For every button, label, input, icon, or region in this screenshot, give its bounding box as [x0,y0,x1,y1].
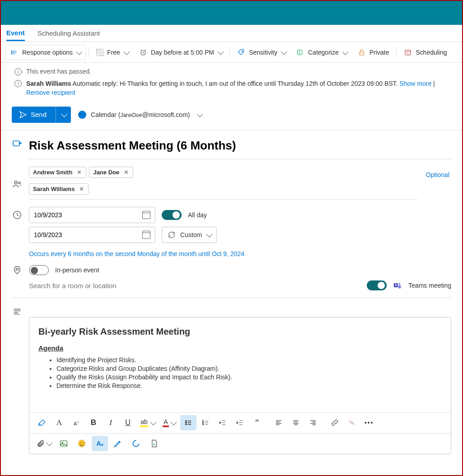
calendar-color-dot [78,111,86,119]
attendee-name: Sarah Williams [33,186,75,192]
bold-button[interactable]: B [85,415,102,430]
attendee-chips[interactable]: Andrew Smith ✕ Jane Doe ✕ Sarah Williams… [29,167,418,200]
start-date-input[interactable] [34,211,142,219]
agenda-item: Qualify the Risks (Assign Probability an… [56,373,442,381]
font-button[interactable]: A [51,415,67,430]
reminder-button[interactable]: Day before at 5:00 PM [135,45,227,60]
all-day-toggle[interactable] [162,210,182,220]
unlink-icon [348,419,356,427]
end-date-input[interactable] [34,231,142,238]
lock-icon [358,48,366,56]
insert-picture-button[interactable] [56,436,72,451]
insert-link-button[interactable] [327,415,343,430]
paint-icon [37,418,47,427]
format-painter-button[interactable] [34,415,50,430]
categorize-button[interactable]: Categorize [292,45,351,60]
svg-point-5 [242,51,243,51]
tab-event[interactable]: Event [6,26,25,41]
optional-attendees-link[interactable]: Optional [424,168,451,181]
signature-button[interactable] [110,436,126,451]
text-format-toggle[interactable]: Aa [92,436,108,451]
send-icon [19,111,27,119]
loop-icon [131,439,140,448]
loop-button[interactable] [128,436,144,451]
command-toolbar: Response options Free Day before at 5:00… [1,42,462,63]
description-content[interactable]: Bi-yearly Risk Assessment Meeting Agenda… [29,317,451,412]
remove-attendee-button[interactable]: ✕ [76,169,82,175]
recurrence-icon [168,231,176,239]
busy-status-button[interactable]: Free [92,45,133,60]
tab-scheduling-assistant[interactable]: Scheduling Assistant [37,27,100,40]
event-title-input[interactable] [29,136,451,159]
remove-attendee-button[interactable]: ✕ [78,186,84,192]
numbered-list-button[interactable]: 123 [197,415,214,430]
sensitivity-button[interactable]: Sensitivity [233,45,290,60]
in-person-toggle[interactable] [29,265,49,275]
decrease-indent-button[interactable] [215,415,231,430]
svg-point-18 [186,422,187,423]
private-button[interactable]: Private [353,45,394,60]
attach-button[interactable] [34,436,54,451]
teams-meeting-toggle[interactable] [367,280,387,290]
svg-point-26 [80,443,81,443]
underline-button[interactable]: U [120,415,136,430]
recurrence-summary[interactable]: Occurs every 6 months on the second Mond… [12,247,244,257]
chevron-down-icon [281,48,287,55]
align-center-icon [292,419,300,427]
end-date-field[interactable] [29,227,155,243]
quote-button[interactable]: ” [249,415,265,430]
align-left-button[interactable] [271,415,287,430]
svg-point-28 [133,440,139,446]
sensitivity-label: Sensitivity [249,49,277,56]
font-color-button[interactable]: A [159,415,179,430]
align-center-button[interactable] [288,415,304,430]
send-row: Send Calendar (JaneDoe@microsoft.com) [1,102,462,130]
more-format-button[interactable]: ••• [361,415,377,430]
description-editor[interactable]: Bi-yearly Risk Assessment Meeting Agenda… [29,317,451,454]
ribbon-tabs: Event Scheduling Assistant [1,25,462,42]
calendar-icon[interactable] [142,231,150,239]
editor-button[interactable] [146,436,162,451]
agenda-item: Determine the Risk Response. [56,382,442,389]
send-dropdown[interactable] [56,107,71,123]
insert-toolbar: Aa [29,433,451,454]
chevron-down-icon [170,419,177,425]
emoji-icon [77,439,86,448]
in-person-label: In-person event [55,266,99,274]
response-options-button[interactable]: Response options [5,45,86,60]
start-date-field[interactable] [29,207,155,223]
location-input[interactable] [29,279,360,292]
remove-recipient-link[interactable]: Remove recipient [26,89,75,96]
svg-point-0 [11,51,12,51]
bullets-icon [184,419,192,427]
calendar-label: Calendar (JaneDoe@microsoft.com) [91,111,190,118]
show-more-link[interactable]: Show more [399,80,431,87]
font-size-button[interactable]: A↕ [68,415,84,430]
send-button[interactable]: Send [12,111,56,119]
recurrence-dropdown[interactable]: Custom [162,227,217,243]
time-row: All day Custom Occurs every 6 months on … [1,201,462,263]
alarm-clock-icon [139,48,147,56]
response-options-label: Response options [22,49,73,56]
attendee-name: Jane Doe [93,169,119,176]
svg-text:3: 3 [202,423,204,425]
calendar-dropdown[interactable] [197,111,203,117]
attendee-chip: Jane Doe ✕ [89,167,133,178]
insert-emoji-button[interactable] [74,436,90,451]
reminder-label: Day before at 5:00 PM [151,49,214,56]
align-right-button[interactable] [305,415,321,430]
categorize-label: Categorize [308,49,339,56]
scheduling-poll-button[interactable]: Scheduling [399,45,451,60]
chevron-down-icon [61,111,67,117]
svg-rect-6 [297,50,302,55]
calendar-icon[interactable] [142,211,150,219]
send-button-group: Send [12,107,71,123]
increase-indent-button[interactable] [232,415,248,430]
align-right-icon [309,419,317,427]
bullet-list-button[interactable] [180,415,196,430]
remove-attendee-button[interactable]: ✕ [123,169,129,175]
italic-button[interactable]: I [103,415,119,430]
highlight-button[interactable]: ab [137,415,158,430]
paperclip-icon [37,439,45,448]
remove-link-button[interactable] [344,415,360,430]
